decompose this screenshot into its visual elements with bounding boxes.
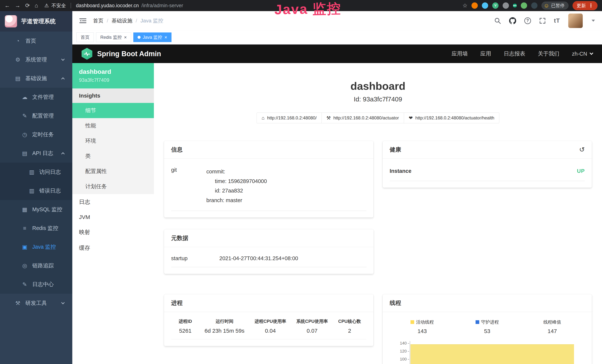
caret-down-icon[interactable]: [592, 20, 595, 22]
instance-url: http://192.168.0.2:48080/: [267, 115, 317, 120]
address-bar[interactable]: ⚠ 不安全 dashboard.yudao.iocoder.cn/infra/a…: [44, 2, 183, 9]
active-dot: [138, 36, 140, 39]
reload-icon[interactable]: ⟳: [25, 3, 30, 8]
threads-card: 线程 活动线程 143: [383, 294, 592, 364]
tab-label: Java 监控: [143, 34, 162, 40]
sidebar-item-error-logs[interactable]: ▥ 错误日志: [0, 181, 72, 200]
sba-nav-about[interactable]: 关于我们: [538, 50, 559, 57]
col-pid: 进程ID: [171, 315, 200, 325]
sba-nav-scheduled-tasks[interactable]: 计划任务: [72, 179, 154, 194]
heart-icon: ❤: [409, 115, 413, 121]
user-avatar[interactable]: [568, 13, 583, 28]
locale-selector[interactable]: zh-CN: [572, 51, 593, 57]
sidebar-item-java-monitor[interactable]: ▣ Java 监控: [0, 237, 72, 256]
sba-sidebar: dashboard 93a3fc7f7409 Insights 细节 性能 环境…: [72, 63, 154, 364]
extension-icon-leaf[interactable]: [521, 2, 527, 9]
info-key: git: [171, 167, 206, 205]
help-icon[interactable]: ?: [524, 17, 531, 24]
sidebar-item-trace[interactable]: ◎ 链路追踪: [0, 256, 72, 275]
sidebar-item-redis-monitor[interactable]: ≡ Redis 监控: [0, 219, 72, 237]
sba-nav-config-props[interactable]: 配置属性: [72, 164, 154, 179]
extension-icon-blue[interactable]: [482, 2, 488, 9]
breadcrumb-separator: /: [107, 18, 108, 24]
sidebar-item-home[interactable]: ◔ 首页: [0, 32, 72, 50]
sidebar-item-file-management[interactable]: ☁ 文件管理: [0, 88, 72, 107]
search-icon[interactable]: [494, 17, 501, 24]
instance-url-button[interactable]: ⌂ http://192.168.0.2:48080/: [257, 113, 322, 123]
process-table-header: 进程ID 运行时间 进程CPU使用率 系统CPU使用率 CPU核心数: [171, 315, 366, 325]
health-card-title: 健康: [390, 146, 401, 153]
forward-icon[interactable]: →: [15, 3, 20, 8]
chart-plot-area: [410, 341, 574, 364]
breadcrumb: 首页 / 基础设施 / Java 监控: [93, 17, 163, 24]
sidebar-item-scheduled-tasks[interactable]: ◷ 定时任务: [0, 125, 72, 144]
app-logo[interactable]: 芋道管理系统: [0, 11, 72, 32]
fullscreen-icon[interactable]: [539, 17, 546, 24]
threads-legend: 活动线程 143 守护进程 53: [390, 315, 585, 334]
breadcrumb-home[interactable]: 首页: [93, 17, 103, 24]
tab-redis-monitor[interactable]: Redis 监控 ×: [96, 32, 131, 42]
sidebar-item-log-center[interactable]: ✎ 日志中心: [0, 275, 72, 294]
sba-nav-caches[interactable]: 缓存: [72, 240, 154, 256]
warning-icon: ⚠: [44, 3, 49, 9]
browser-menu-icon[interactable]: ⋮: [589, 3, 593, 9]
live-threads-value: 143: [390, 328, 455, 334]
sidebar-item-label: 配置管理: [32, 112, 54, 120]
breadcrumb-infrastructure[interactable]: 基础设施: [112, 17, 132, 24]
sba-nav-applications[interactable]: 应用: [480, 50, 491, 57]
logo-avatar: [5, 15, 17, 27]
tab-home[interactable]: 首页: [76, 32, 94, 42]
sba-nav-environment[interactable]: 环境: [72, 133, 154, 149]
chevron-up-icon: [61, 152, 64, 156]
pid-value: 5261: [171, 325, 200, 339]
close-icon[interactable]: ×: [124, 35, 127, 40]
sidebar-item-infrastructure[interactable]: ▤ 基础设施: [0, 69, 72, 88]
sidebar-item-dev-tools[interactable]: ⚒ 研发工具: [0, 294, 72, 312]
sba-nav-journal[interactable]: 日志报表: [504, 50, 525, 57]
instance-header[interactable]: dashboard 93a3fc7f7409: [72, 63, 154, 88]
hamburger-icon[interactable]: [79, 18, 86, 24]
tab-java-monitor[interactable]: Java 监控 ×: [133, 32, 172, 42]
extensions-puzzle-icon[interactable]: [503, 2, 509, 9]
legend-live-threads: 活动线程: [390, 319, 455, 325]
sba-nav-mappings[interactable]: 映射: [72, 224, 154, 240]
sba-nav-jvm[interactable]: JVM: [72, 210, 154, 224]
font-size-icon[interactable]: tT: [554, 17, 560, 24]
sidebar-item-mysql-monitor[interactable]: ▦ MySQL 监控: [0, 200, 72, 219]
sidebar-item-system-management[interactable]: ⚙ 系统管理: [0, 50, 72, 69]
browser-update-button[interactable]: 更新 ⋮: [572, 1, 598, 10]
sba-nav-classes[interactable]: 类: [72, 149, 154, 164]
app-sidebar: 芋道管理系统 ◔ 首页 ⚙ 系统管理 ▤ 基础设施 ☁ 文件管理 ✎: [0, 11, 72, 364]
security-label: 不安全: [51, 2, 66, 9]
yellow-square-icon: [410, 320, 414, 324]
extension-icon-dark[interactable]: [531, 2, 538, 9]
history-icon[interactable]: ↺: [579, 146, 585, 153]
sidebar-item-api-logs[interactable]: ▤ API 日志: [0, 144, 72, 163]
back-icon[interactable]: ←: [4, 3, 10, 8]
chevron-down-icon: [61, 301, 64, 304]
extension-icon-on[interactable]: on: [513, 4, 517, 7]
sba-nav-logs[interactable]: 日志: [72, 194, 154, 210]
paused-extension-badge[interactable]: ☺ 已暂停: [542, 2, 569, 10]
legend-peak-threads: 线程峰值: [520, 319, 585, 325]
system-cpu-value: 0.07: [291, 325, 333, 339]
health-instance-row[interactable]: Instance UP: [390, 162, 585, 181]
extension-icon-orange[interactable]: [472, 2, 478, 9]
actuator-url-button[interactable]: ⚒ http://192.168.0.2:48080/actuator: [322, 113, 404, 123]
sba-nav-wallboard[interactable]: 应用墙: [452, 50, 468, 57]
insights-section-label: Insights: [72, 88, 154, 103]
sba-nav-details[interactable]: 细节: [72, 103, 154, 118]
sidebar-item-label: 错误日志: [39, 187, 61, 194]
browser-home-icon[interactable]: ⌂: [35, 3, 38, 8]
health-url-button[interactable]: ❤ http://192.168.0.2:48080/actuator/heal…: [404, 113, 499, 123]
github-icon[interactable]: [509, 17, 516, 24]
breadcrumb-separator: /: [136, 18, 137, 24]
extension-icon-vue[interactable]: V: [492, 2, 499, 9]
sidebar-item-access-logs[interactable]: ▥ 访问日志: [0, 163, 72, 181]
sidebar-item-config-management[interactable]: ✎ 配置管理: [0, 107, 72, 125]
close-icon[interactable]: ×: [164, 35, 167, 40]
bookmark-star-icon[interactable]: ☆: [462, 3, 467, 8]
cpu-cores-value: 2: [333, 325, 366, 339]
sba-nav-performance[interactable]: 性能: [72, 118, 154, 133]
sidebar-item-label: Redis 监控: [32, 225, 58, 232]
